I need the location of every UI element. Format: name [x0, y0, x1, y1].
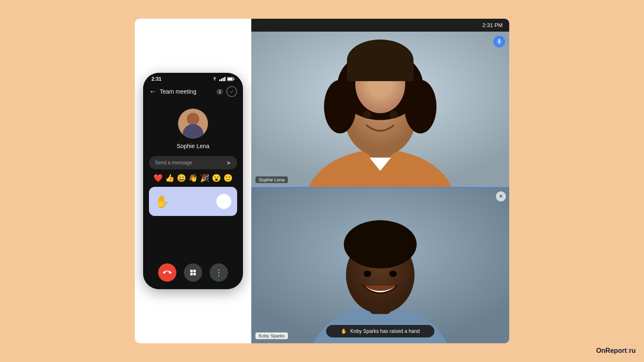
emoji-thumbs-up[interactable]: 👍 — [165, 174, 174, 183]
svg-point-23 — [364, 270, 371, 277]
emoji-party[interactable]: 🎉 — [200, 174, 209, 183]
video-status-bar: 2:31 PM — [251, 19, 509, 32]
raised-hand-banner: ✋ Koby Sparks has raised a hand — [326, 325, 434, 337]
svg-rect-4 — [193, 270, 196, 272]
raised-hand-emoji: ✋ — [341, 328, 347, 334]
end-call-icon — [163, 268, 171, 277]
emoji-row: ❤️ 👍 😄 👋 🎉 😮 🙂 — [149, 174, 237, 183]
signal-icon — [219, 77, 225, 81]
layout-button[interactable] — [184, 263, 202, 282]
svg-point-22 — [344, 220, 416, 268]
person-name: Sophie Lena — [177, 143, 210, 149]
mute-indicator — [493, 36, 505, 47]
svg-rect-6 — [193, 273, 196, 275]
send-icon[interactable]: ➤ — [226, 159, 231, 166]
phone-time: 2:31 — [151, 76, 161, 82]
battery-icon — [227, 77, 235, 81]
emoji-wave[interactable]: 👋 — [188, 174, 198, 183]
check-icon — [229, 89, 234, 94]
svg-point-12 — [324, 80, 356, 134]
meeting-title: Team meeting — [160, 88, 211, 95]
avatar — [178, 109, 208, 139]
name-tag-koby: Koby Sparks — [255, 332, 288, 339]
message-input-placeholder[interactable]: Send a message — [155, 160, 226, 166]
participant-count: 1 — [216, 89, 223, 94]
phone-content: Sophie Lena Send a message ➤ ❤️ 👍 😄 👋 🎉 … — [143, 100, 243, 258]
name-tag-sophie: Sophie Lena — [255, 176, 288, 183]
message-input-area[interactable]: Send a message ➤ — [149, 156, 237, 169]
video-time: 2:31 PM — [483, 22, 503, 28]
svg-point-24 — [389, 270, 397, 277]
video-panel: 2:31 PM — [251, 19, 509, 343]
bottom-video: ✕ Koby Sparks ✋ Koby Sparks has raised a… — [251, 188, 509, 344]
wifi-icon — [212, 77, 218, 81]
emoji-wow[interactable]: 😮 — [212, 174, 221, 183]
svg-rect-3 — [190, 270, 193, 272]
watermark-suffix: ru — [629, 347, 636, 354]
mic-icon — [496, 39, 502, 45]
more-button[interactable]: ⋮ — [210, 263, 228, 282]
svg-rect-1 — [234, 78, 235, 80]
phone-header: ← Team meeting 1 — [143, 84, 243, 100]
layout-icon — [189, 269, 197, 276]
more-icon: ⋮ — [215, 268, 223, 277]
status-icons — [212, 77, 235, 81]
raise-hand-toggle[interactable] — [216, 194, 231, 209]
emoji-smile[interactable]: 😄 — [177, 174, 186, 183]
raised-hand-text: Koby Sparks has raised a hand — [350, 328, 420, 334]
phone-device: 2:31 — [143, 73, 243, 289]
phone-status-bar: 2:31 — [143, 73, 243, 84]
end-call-button[interactable] — [158, 263, 176, 282]
avatar-image — [178, 109, 208, 139]
raise-hand-panel[interactable]: ✋ — [149, 187, 237, 216]
top-video: Sophie Lena — [251, 32, 509, 188]
phone-bottom-bar: ⋮ — [143, 258, 243, 289]
main-container: 2:31 — [135, 19, 509, 343]
watermark-text: OnReport — [596, 347, 627, 354]
svg-point-13 — [404, 80, 436, 134]
svg-rect-2 — [228, 78, 233, 80]
svg-point-14 — [362, 111, 371, 119]
koby-video-image — [251, 188, 509, 344]
phone-screen: 2:31 — [143, 73, 243, 289]
sophie-video-image — [251, 32, 509, 187]
raise-hand-icon[interactable]: ✋ — [155, 195, 169, 208]
back-button[interactable]: ← — [149, 87, 156, 96]
check-button[interactable] — [226, 86, 237, 97]
emoji-cookie[interactable]: 🙂 — [223, 174, 233, 183]
close-button[interactable]: ✕ — [496, 191, 506, 201]
svg-rect-5 — [190, 273, 193, 275]
svg-point-15 — [389, 111, 398, 119]
emoji-heart[interactable]: ❤️ — [154, 174, 163, 183]
phone-wrapper: 2:31 — [135, 19, 251, 343]
sophie-video-bg — [251, 32, 509, 187]
watermark: OnReport:ru — [596, 347, 636, 355]
